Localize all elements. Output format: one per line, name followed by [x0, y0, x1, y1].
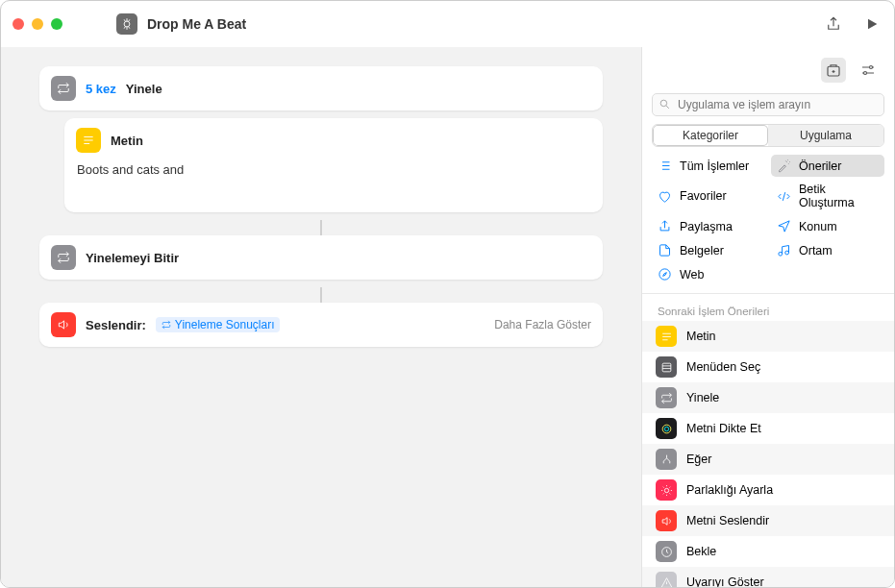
speak-label: Seslendir: [86, 318, 146, 332]
search-input[interactable] [652, 93, 884, 116]
sidebar-toolbar [642, 47, 894, 93]
text-action-card[interactable]: Metin Boots and cats and [64, 118, 603, 212]
end-repeat-card[interactable]: Yinelemeyi Bitir [39, 235, 603, 280]
search-field[interactable] [652, 93, 884, 116]
variable-token-label: Yineleme Sonuçları [175, 318, 275, 331]
speaker-icon [51, 312, 76, 337]
clock-icon [656, 541, 677, 562]
category-label: Konum [799, 220, 837, 233]
category-sharing[interactable]: Paylaşma [652, 215, 765, 237]
category-label: Web [680, 268, 704, 282]
zoom-window-button[interactable] [51, 18, 62, 30]
flow-connector [39, 220, 603, 235]
suggestion-label: Metin [686, 330, 716, 343]
repeat-action-card[interactable]: 5 kez Yinele [39, 66, 603, 110]
category-media[interactable]: Ortam [771, 239, 884, 261]
suggestions-list: Sonraki İşlem Önerileri MetinMenüden Seç… [642, 294, 894, 587]
siri-icon [656, 418, 677, 439]
suggestion-item[interactable]: Menüden Seç [642, 352, 894, 382]
suggestion-label: Yinele [686, 391, 719, 404]
text-icon [656, 326, 677, 347]
category-documents[interactable]: Belgeler [652, 239, 765, 261]
text-icon [76, 128, 101, 153]
category-scripting[interactable]: Betik Oluşturma [771, 179, 884, 213]
suggestion-item[interactable]: Parlaklığı Ayarla [642, 475, 894, 505]
flow-connector [39, 287, 603, 303]
speak-action-card[interactable]: Seslendir: Yineleme Sonuçları Daha Fazla… [39, 303, 603, 347]
category-label: Ortam [799, 244, 833, 257]
categories-grid: Tüm İşlemler Öneriler Favoriler Betik Ol… [642, 155, 894, 294]
svg-point-5 [664, 427, 668, 430]
category-label: Paylaşma [680, 220, 733, 233]
suggestion-item[interactable]: Metni Seslendir [642, 505, 894, 536]
alert-icon [656, 572, 677, 587]
music-icon [777, 243, 791, 257]
category-location[interactable]: Konum [771, 215, 884, 237]
close-window-button[interactable] [12, 18, 24, 30]
shortcut-editor: 5 kez Yinele Metin Boots and cats and [1, 47, 641, 587]
speaker-icon [656, 510, 677, 531]
suggestion-item[interactable]: Bekle [642, 536, 894, 567]
suggestion-item[interactable]: Eğer [642, 444, 894, 475]
repeat-icon [656, 387, 677, 408]
suggestion-item[interactable]: Metni Dikte Et [642, 413, 894, 444]
svg-point-4 [662, 425, 671, 433]
suggestion-item[interactable]: Yinele [642, 382, 894, 413]
location-icon [777, 219, 791, 233]
document-icon [658, 243, 672, 257]
suggestion-item[interactable]: Uyarıyı Göster [642, 567, 894, 587]
minimize-window-button[interactable] [32, 18, 43, 30]
show-more-button[interactable]: Daha Fazla Göster [494, 318, 591, 331]
suggestion-label: Eğer [686, 453, 711, 466]
heart-icon [658, 189, 672, 204]
brightness-icon [656, 479, 677, 501]
share-icon [658, 219, 672, 233]
list-icon [658, 159, 672, 173]
titlebar: Drop Me A Beat [1, 1, 894, 47]
traffic-lights [12, 18, 62, 30]
wand-icon [777, 159, 791, 173]
category-label: Betik Oluşturma [799, 183, 879, 209]
share-button[interactable] [823, 13, 844, 35]
safari-icon [658, 267, 672, 282]
branch-icon [656, 449, 677, 470]
suggestions-header: Sonraki İşlem Önerileri [642, 300, 894, 321]
svg-point-6 [664, 488, 668, 492]
suggestion-label: Metni Dikte Et [686, 422, 761, 435]
text-action-label: Metin [111, 134, 143, 148]
repeat-count-param[interactable]: 5 kez [86, 82, 116, 96]
category-label: Tüm İşlemler [680, 159, 749, 173]
end-repeat-label: Yinelemeyi Bitir [86, 251, 179, 265]
run-button[interactable] [861, 13, 883, 35]
suggestion-label: Parlaklığı Ayarla [686, 483, 773, 497]
category-suggestions[interactable]: Öneriler [771, 155, 884, 177]
category-favorites[interactable]: Favoriler [652, 179, 765, 213]
search-icon [659, 98, 671, 110]
suggestion-item[interactable]: Metin [642, 321, 894, 352]
repeat-icon [51, 245, 76, 270]
shortcut-icon [116, 13, 137, 35]
settings-button[interactable] [856, 58, 881, 83]
category-label: Belgeler [680, 244, 724, 257]
sidebar: Kategoriler Uygulama Tüm İşlemler Öneril… [641, 47, 894, 587]
svg-point-1 [660, 100, 667, 107]
repeat-label: Yinele [126, 82, 162, 96]
repeat-icon [51, 76, 76, 101]
variable-token[interactable]: Yineleme Sonuçları [156, 317, 281, 332]
category-label: Favoriler [680, 189, 727, 203]
segment-categories[interactable]: Kategoriler [653, 125, 768, 146]
suggestion-label: Bekle [686, 545, 716, 558]
suggestion-label: Uyarıyı Göster [686, 576, 764, 587]
library-button[interactable] [821, 58, 846, 83]
segment-apps[interactable]: Uygulama [768, 125, 883, 146]
category-all-actions[interactable]: Tüm İşlemler [652, 155, 765, 177]
window-title: Drop Me A Beat [147, 16, 246, 32]
suggestion-label: Metni Seslendir [686, 514, 769, 527]
suggestion-label: Menüden Seç [686, 360, 760, 374]
menu-icon [656, 356, 677, 378]
text-input[interactable]: Boots and cats and [76, 160, 591, 199]
svg-point-2 [659, 269, 670, 280]
svg-rect-3 [662, 363, 671, 372]
segmented-control[interactable]: Kategoriler Uygulama [652, 124, 884, 147]
category-web[interactable]: Web [652, 263, 765, 285]
